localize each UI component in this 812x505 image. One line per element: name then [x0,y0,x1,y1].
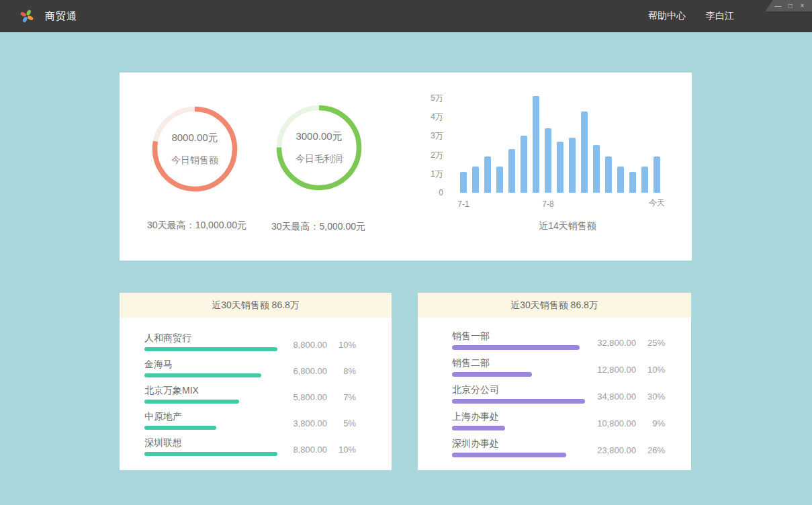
ranking-bar [452,426,585,430]
department-ranking-title: 近30天销售额 86.8万 [418,293,691,318]
trend-bar [472,167,479,193]
trend-y-axis-label: 0 [439,187,443,198]
today-sales-value: 8000.00元 [171,132,218,144]
gauge-text: 8000.00元 今日销售额 [150,104,240,194]
ranking-row: 北京分公司34,800.0030% [452,383,665,403]
trend-y-axis: 01万2万3万4万5万 [402,98,443,193]
trend-bar [605,156,612,193]
ranking-row: 中原地产3,800.005% [144,410,356,430]
today-profit-label: 今日毛利润 [296,153,343,165]
window-controls: — □ × [765,0,812,11]
today-sales-gauge: 8000.00元 今日销售额 [150,104,240,194]
today-sales-label: 今日销售额 [171,154,218,167]
maximize-icon[interactable]: □ [786,3,794,9]
ranking-bar [452,372,585,377]
department-ranking-list: 销售一部32,800.0025%销售二部12,800.0010%北京分公司34,… [418,318,691,457]
ranking-row: 金海马6,800.008% [144,357,356,377]
trend-bar: 7-8 [545,128,551,193]
ranking-row: 销售一部32,800.0025% [452,329,665,349]
ranking-row: 北京万象MIX5,800.007% [144,383,356,404]
ranking-row: 人和商贸行8,800.0010% [144,331,356,351]
ranking-value: 32,800.0025% [597,338,665,348]
app-title: 商贸通 [45,10,77,23]
ranking-row: 上海办事处10,800.009% [452,410,665,430]
trend-bar [581,111,588,193]
trend-bars: 7-17-8今天 [460,98,660,193]
trend-bar [557,142,563,193]
customer-ranking-title: 近30天销售额 86.8万 [120,293,392,318]
ranking-value: 8,800.0010% [293,445,356,455]
titlebar-menu: 帮助中心 李白江 [648,0,734,32]
ranking-value: 3,800.005% [293,418,356,428]
trend-bar [496,167,503,193]
trend-bar [508,149,515,193]
ranking-value: 8,800.0010% [293,340,356,350]
trend-x-axis-label: 7-8 [542,199,553,209]
trend-y-axis-label: 1万 [431,169,443,179]
ranking-bar [452,453,585,457]
profit-30day-max-caption: 30天最高：5,000.00元 [244,221,392,233]
ranking-bar [144,373,277,377]
trend-chart-title: 近14天销售额 [465,220,670,232]
trend-x-axis-label: 7-1 [457,199,469,209]
trend-y-axis-label: 2万 [431,150,443,160]
customer-ranking-list: 人和商贸行8,800.0010%金海马6,800.008%北京万象MIX5,80… [120,318,392,456]
ranking-row: 深圳办事处23,800.0026% [452,437,665,457]
trend-bar: 今天 [653,156,660,193]
dashboard: 8000.00元 今日销售额 30天最高：10,000.00元 3000.00元… [0,32,812,505]
ranking-value: 10,800.009% [597,418,665,428]
today-profit-value: 3000.00元 [296,130,342,143]
trend-bar: 7-1 [460,172,467,193]
trend-bar [617,167,624,193]
trend-y-axis-label: 3万 [431,130,443,141]
ranking-bar [144,426,277,430]
trend-bar [569,138,576,193]
ranking-bar [144,347,277,351]
trend-bar [521,136,527,193]
ranking-bar [144,452,277,456]
trend-bar [593,145,600,193]
trend-bar [641,167,648,193]
ranking-bar [452,399,585,404]
ranking-value: 34,800.0030% [597,392,665,402]
ranking-value: 12,800.0010% [597,365,665,375]
minimize-icon[interactable]: — [774,3,782,9]
trend-bar [484,156,491,193]
ranking-bar [452,345,585,350]
gauge-text: 3000.00元 今日毛利润 [274,103,364,193]
ranking-row: 深圳联想8,800.0010% [144,436,356,456]
overview-card: 8000.00元 今日销售额 30天最高：10,000.00元 3000.00元… [120,73,692,261]
titlebar: 商贸通 帮助中心 李白江 — □ × [0,0,812,32]
trend-bar [629,172,636,193]
ranking-row: 销售二部12,800.0010% [452,356,665,376]
trend-y-axis-label: 4万 [431,111,443,122]
ranking-value: 5,800.007% [293,392,356,402]
ranking-value: 23,800.0026% [597,445,665,455]
trend-y-axis-label: 5万 [431,93,443,103]
trend-bar [533,96,539,193]
close-icon[interactable]: × [799,3,806,9]
ranking-value: 6,800.008% [293,366,356,376]
user-name-link[interactable]: 李白江 [706,10,734,22]
department-ranking-card: 近30天销售额 86.8万 销售一部32,800.0025%销售二部12,800… [418,293,691,470]
help-center-link[interactable]: 帮助中心 [648,10,686,22]
customer-ranking-card: 近30天销售额 86.8万 人和商贸行8,800.0010%金海马6,800.0… [120,293,392,470]
ranking-bar [144,400,277,404]
today-profit-gauge: 3000.00元 今日毛利润 [274,103,364,193]
app-logo-pinwheel-icon [19,8,35,24]
trend-x-axis-label: 今天 [649,197,665,209]
